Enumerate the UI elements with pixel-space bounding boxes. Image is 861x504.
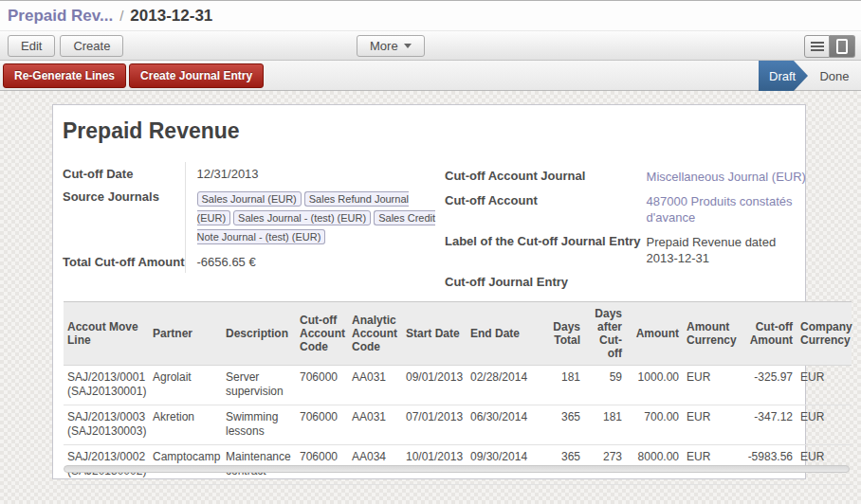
table-cell: 1000.00 — [626, 366, 683, 405]
breadcrumb-parent-link[interactable]: Prepaid Rev... — [8, 7, 113, 26]
cutoff-account-journal-link[interactable]: Miscellaneous Journal (EUR) — [647, 169, 810, 185]
table-cell: 02/28/2014 — [467, 366, 542, 405]
table-cell: 365 — [542, 405, 584, 445]
page-background: Prepaid Revenue Cut-off Date 12/31/2013 … — [0, 91, 861, 504]
column-header[interactable]: Cut-off Amount — [742, 302, 797, 366]
table-cell: 706000 — [296, 405, 348, 445]
cutoff-date-value: 12/31/2013 — [185, 162, 436, 185]
column-header[interactable]: Partner — [149, 302, 222, 366]
caret-down-icon — [404, 44, 412, 48]
table-cell: EUR — [683, 405, 742, 445]
table-cell: EUR — [797, 405, 852, 445]
cutoff-account-journal-label: Cut-off Account Journal — [445, 164, 641, 189]
table-row[interactable]: SAJ/2013/0001 (SAJ20130001)AgrolaitServe… — [64, 366, 852, 405]
create-button[interactable]: Create — [60, 35, 123, 57]
regenerate-lines-button[interactable]: Re-Generate Lines — [3, 63, 126, 88]
field-group-right: Cut-off Account Journal Miscellaneous Jo… — [445, 164, 810, 293]
statusbar-states: Draft Done — [759, 61, 861, 91]
table-cell: -325.97 — [742, 366, 797, 405]
breadcrumb-separator: / — [119, 8, 123, 24]
breadcrumb-current: 2013-12-31 — [130, 7, 212, 26]
column-header[interactable]: Amount Currency — [683, 302, 742, 366]
page-title: Prepaid Revenue — [63, 118, 240, 144]
list-icon — [811, 42, 824, 51]
breadcrumb: Prepaid Rev... / 2013-12-31 — [0, 1, 861, 30]
horizontal-scrollbar[interactable] — [64, 465, 850, 473]
form-view-button[interactable] — [830, 35, 855, 58]
view-switcher — [804, 35, 855, 58]
table-cell: -347.12 — [742, 405, 797, 445]
cutoff-account-label: Cut-off Account — [445, 189, 641, 229]
table-cell: 07/01/2013 — [402, 405, 467, 445]
table-cell: Agrolait — [149, 366, 222, 405]
cutoff-date-label: Cut-off Date — [63, 162, 185, 185]
source-journals-label: Source Journals — [63, 185, 185, 250]
cutoff-journal-entry-value — [641, 270, 810, 293]
list-view-button[interactable] — [804, 35, 830, 58]
field-group-left: Cut-off Date 12/31/2013 Source Journals … — [63, 162, 436, 273]
table-cell: 181 — [584, 405, 626, 445]
more-button-label: More — [370, 39, 398, 53]
state-done-badge: Done — [808, 61, 861, 91]
column-header[interactable]: Amount — [626, 302, 683, 366]
edit-button[interactable]: Edit — [8, 35, 55, 57]
source-journals-tags: Sales Journal (EUR)Sales Refund Journal … — [197, 189, 436, 246]
create-journal-entry-button[interactable]: Create Journal Entry — [129, 63, 264, 88]
table-cell: EUR — [683, 366, 742, 405]
table-cell: 700.00 — [626, 405, 683, 445]
cutoff-account-link[interactable]: 487000 Produits constatés d'avance — [647, 193, 810, 225]
more-button[interactable]: More — [357, 35, 425, 57]
column-header[interactable]: Days Total — [542, 302, 584, 366]
table-cell: SAJ/2013/0001 (SAJ20130001) — [64, 366, 149, 405]
table-cell: 09/01/2013 — [402, 366, 467, 405]
column-header[interactable]: Days after Cut-off — [584, 302, 626, 366]
column-header[interactable]: Company Currency — [797, 302, 852, 366]
table-cell: SAJ/2013/0003 (SAJ20130003) — [64, 405, 149, 445]
journal-entry-label-label: Label of the Cut-off Journal Entry — [445, 229, 641, 270]
control-bar: Edit Create More — [0, 30, 861, 61]
journal-tag: Sales Journal - (test) (EUR) — [233, 210, 371, 225]
state-draft-badge: Draft — [759, 61, 808, 91]
table-cell: Akretion — [149, 405, 222, 445]
table-cell: Server supervision — [222, 366, 296, 405]
table-cell: 181 — [542, 366, 584, 405]
column-header[interactable]: End Date — [467, 302, 542, 366]
table-cell: 06/30/2014 — [467, 405, 542, 445]
column-header[interactable]: Cut-off Account Code — [296, 302, 348, 366]
table-row[interactable]: SAJ/2013/0003 (SAJ20130003)AkretionSwimm… — [64, 405, 852, 445]
table-cell: 706000 — [296, 366, 348, 405]
form-icon — [836, 39, 848, 54]
table-cell: AA031 — [348, 405, 402, 445]
table-cell: 59 — [584, 366, 626, 405]
column-header[interactable]: Accout Move Line — [64, 302, 149, 366]
column-header[interactable]: Analytic Account Code — [348, 302, 402, 366]
total-cutoff-amount-value: -6656.65 € — [185, 250, 436, 273]
journal-tag: Sales Journal (EUR) — [197, 191, 302, 207]
cutoff-lines-table: Accout Move LinePartnerDescriptionCut-of… — [64, 301, 852, 485]
table-cell: AA031 — [348, 366, 402, 405]
cutoff-journal-entry-label: Cut-off Journal Entry — [445, 270, 641, 293]
table-cell: EUR — [797, 366, 852, 405]
total-cutoff-amount-label: Total Cut-off Amount — [63, 250, 185, 273]
status-bar: Re-Generate Lines Create Journal Entry D… — [0, 61, 861, 91]
column-header[interactable]: Description — [222, 302, 296, 366]
journal-entry-label-value: Prepaid Revenue dated 2013-12-31 — [647, 234, 810, 266]
table-cell: Swimming lessons — [222, 405, 296, 445]
column-header[interactable]: Start Date — [402, 302, 467, 366]
table-header-row: Accout Move LinePartnerDescriptionCut-of… — [64, 302, 852, 366]
